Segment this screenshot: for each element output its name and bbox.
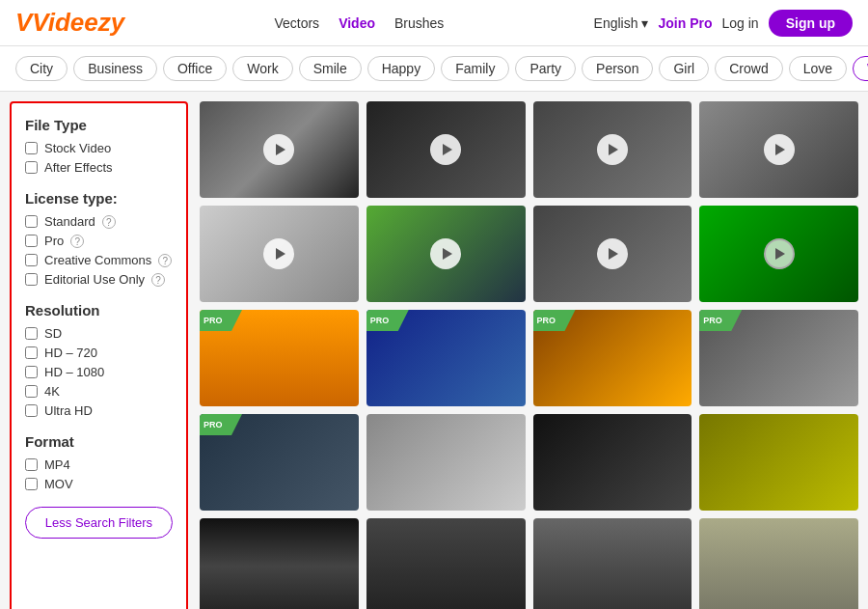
- pro-label[interactable]: Pro: [44, 234, 64, 248]
- logo[interactable]: VVideezy: [15, 8, 124, 38]
- creative-commons-label[interactable]: Creative Commons: [44, 253, 151, 267]
- play-button[interactable]: [263, 134, 294, 165]
- video-thumb[interactable]: [699, 414, 858, 511]
- sd-row: SD: [25, 326, 173, 341]
- after-effects-label[interactable]: After Effects: [44, 160, 113, 175]
- tag-smile[interactable]: Smile: [299, 56, 362, 81]
- video-thumb[interactable]: [200, 518, 359, 609]
- nav-right: English ▾ Join Pro Log in Sign up: [594, 10, 853, 37]
- video-thumb[interactable]: [699, 101, 858, 198]
- standard-checkbox[interactable]: [25, 215, 38, 228]
- video-thumb[interactable]: [200, 101, 359, 198]
- join-pro-link[interactable]: Join Pro: [658, 15, 712, 31]
- video-grid: PRO PRO PRO PRO PRO: [200, 101, 858, 609]
- stock-video-label[interactable]: Stock Video: [44, 141, 111, 155]
- sd-checkbox[interactable]: [25, 327, 38, 340]
- license-section: License type: Standard ? Pro ? Creative …: [25, 190, 173, 287]
- tags-bar: City Business Office Work Smile Happy Fa…: [0, 46, 868, 92]
- cc-help-icon[interactable]: ?: [158, 254, 172, 267]
- video-thumb[interactable]: PRO: [699, 310, 858, 406]
- tag-work[interactable]: Work: [232, 56, 292, 81]
- standard-help-icon[interactable]: ?: [102, 215, 116, 229]
- play-button[interactable]: [764, 134, 795, 165]
- hd1080-label[interactable]: HD – 1080: [44, 365, 104, 379]
- play-button[interactable]: [430, 134, 461, 165]
- video-thumb[interactable]: [200, 206, 359, 302]
- standard-label[interactable]: Standard: [44, 214, 95, 229]
- video-thumb[interactable]: [533, 518, 692, 609]
- after-effects-checkbox[interactable]: [25, 161, 38, 174]
- format-section: Format MP4 MOV: [25, 433, 173, 491]
- ultrahd-checkbox[interactable]: [25, 404, 38, 417]
- ultrahd-label[interactable]: Ultra HD: [44, 403, 93, 418]
- hd720-label[interactable]: HD – 720: [44, 346, 97, 360]
- mov-row: MOV: [25, 477, 173, 491]
- sd-label[interactable]: SD: [44, 326, 62, 341]
- video-thumb[interactable]: PRO: [366, 310, 526, 406]
- play-button[interactable]: [597, 238, 628, 269]
- pro-row: Pro ?: [25, 234, 173, 248]
- mp4-checkbox[interactable]: [25, 458, 38, 471]
- creative-commons-checkbox[interactable]: [25, 254, 38, 266]
- video-thumb[interactable]: [699, 518, 858, 609]
- play-button[interactable]: [430, 238, 461, 269]
- less-filters-button[interactable]: Less Search Filters: [25, 507, 173, 539]
- video-thumb[interactable]: [366, 414, 526, 511]
- mp4-label[interactable]: MP4: [44, 457, 70, 472]
- login-link[interactable]: Log in: [722, 15, 759, 31]
- video-thumb[interactable]: [699, 206, 858, 302]
- nav-video[interactable]: Video: [339, 15, 375, 31]
- 4k-row: 4K: [25, 384, 173, 399]
- tag-woman[interactable]: Woman: [853, 56, 868, 81]
- signup-button[interactable]: Sign up: [769, 10, 853, 37]
- 4k-label[interactable]: 4K: [44, 384, 60, 399]
- 4k-checkbox[interactable]: [25, 385, 38, 398]
- tag-crowd[interactable]: Crowd: [715, 56, 782, 81]
- nav-vectors[interactable]: Vectors: [274, 15, 319, 31]
- tag-business[interactable]: Business: [73, 56, 157, 81]
- hd1080-checkbox[interactable]: [25, 366, 38, 378]
- creative-commons-row: Creative Commons ?: [25, 253, 173, 267]
- video-thumb[interactable]: [366, 206, 526, 302]
- license-label: License type:: [25, 190, 173, 207]
- play-button[interactable]: [263, 238, 294, 269]
- tag-family[interactable]: Family: [441, 56, 509, 81]
- video-thumb[interactable]: [533, 414, 692, 511]
- tag-girl[interactable]: Girl: [659, 56, 709, 81]
- sidebar: File Type Stock Video After Effects Lice…: [10, 101, 188, 609]
- pro-help-icon[interactable]: ?: [70, 235, 84, 248]
- video-thumb[interactable]: PRO: [533, 310, 692, 406]
- tag-love[interactable]: Love: [789, 56, 847, 81]
- hd720-row: HD – 720: [25, 346, 173, 360]
- video-thumb[interactable]: PRO: [200, 414, 359, 511]
- format-label: Format: [25, 433, 173, 450]
- hd720-checkbox[interactable]: [25, 346, 38, 359]
- play-button[interactable]: [597, 134, 628, 165]
- tag-party[interactable]: Party: [515, 56, 576, 81]
- video-thumb[interactable]: [533, 101, 692, 198]
- mov-label[interactable]: MOV: [44, 477, 73, 491]
- tag-office[interactable]: Office: [163, 56, 227, 81]
- header: VVideezy Vectors Video Brushes English ▾…: [0, 0, 868, 46]
- resolution-label: Resolution: [25, 302, 173, 318]
- play-button[interactable]: [764, 238, 795, 269]
- stock-video-checkbox[interactable]: [25, 142, 38, 154]
- language-button[interactable]: English ▾: [594, 15, 649, 31]
- tag-person[interactable]: Person: [582, 56, 653, 81]
- editorial-label[interactable]: Editorial Use Only: [44, 272, 145, 287]
- pro-checkbox[interactable]: [25, 235, 38, 247]
- editorial-help-icon[interactable]: ?: [151, 273, 165, 287]
- tag-city[interactable]: City: [15, 56, 68, 81]
- video-thumb[interactable]: PRO: [200, 310, 359, 406]
- tag-happy[interactable]: Happy: [367, 56, 435, 81]
- mov-checkbox[interactable]: [25, 478, 38, 490]
- file-type-label: File Type: [25, 117, 173, 133]
- video-thumb[interactable]: [366, 101, 526, 198]
- file-type-section: File Type Stock Video After Effects: [25, 117, 173, 175]
- video-thumb[interactable]: [366, 518, 526, 609]
- nav-brushes[interactable]: Brushes: [394, 15, 444, 31]
- editorial-checkbox[interactable]: [25, 273, 38, 286]
- content-area: PRO PRO PRO PRO PRO: [188, 92, 868, 609]
- standard-row: Standard ?: [25, 214, 173, 229]
- video-thumb[interactable]: [533, 206, 692, 302]
